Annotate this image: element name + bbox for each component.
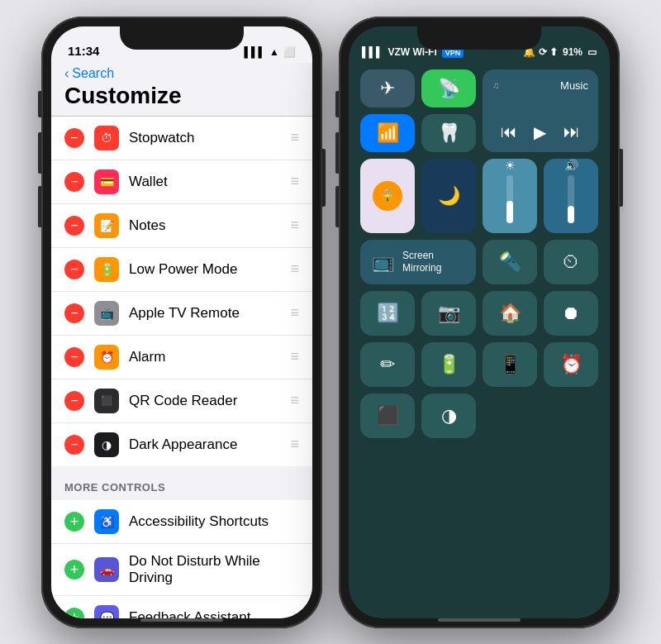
app-icon: 💬 bbox=[94, 605, 119, 618]
lock-icon: 🔒 bbox=[373, 181, 402, 211]
drag-handle[interactable]: ≡ bbox=[290, 348, 299, 365]
calculator-tile[interactable]: 🔢 bbox=[360, 291, 415, 336]
volume-down-button[interactable] bbox=[38, 186, 41, 227]
brightness-slider[interactable] bbox=[506, 175, 513, 223]
item-label: Feedback Assistant bbox=[129, 609, 299, 618]
camera-icon: 📷 bbox=[438, 303, 460, 324]
list-item[interactable]: − 📝 Notes ≡ bbox=[51, 204, 312, 248]
torch-tile[interactable]: 🔦 bbox=[483, 240, 537, 284]
alarm-tile[interactable]: ⏰ bbox=[544, 342, 598, 387]
list-item[interactable]: + 🚗 Do Not Disturb While Driving bbox=[51, 544, 312, 596]
notes-icon: ✏ bbox=[380, 354, 395, 375]
volume-down-button[interactable] bbox=[335, 186, 339, 227]
nav-title-row: Customize bbox=[64, 83, 299, 109]
power-button[interactable] bbox=[620, 149, 623, 207]
list-item[interactable]: − ⬛ QR Code Reader ≡ bbox=[51, 379, 312, 423]
remove-button[interactable]: − bbox=[64, 172, 84, 192]
chevron-left-icon: ‹ bbox=[64, 66, 69, 81]
dark-appearance-tile[interactable]: ◑ bbox=[421, 394, 476, 438]
dark-icon: ◑ bbox=[441, 405, 457, 427]
app-icon: 💳 bbox=[94, 169, 119, 194]
item-label: Wallet bbox=[129, 174, 290, 190]
remove-button[interactable]: − bbox=[64, 391, 84, 411]
section-header: MORE CONTROLS bbox=[51, 466, 312, 500]
volume-slider[interactable] bbox=[568, 175, 574, 223]
wifi-icon: ▲ bbox=[269, 46, 279, 58]
remove-button[interactable]: − bbox=[64, 260, 84, 279]
screen-mirroring-label: ScreenMirroring bbox=[402, 250, 441, 274]
add-button[interactable]: + bbox=[64, 560, 84, 580]
list-item[interactable]: + 💬 Feedback Assistant bbox=[51, 596, 312, 618]
app-icon: 🔋 bbox=[94, 257, 119, 282]
home-bar[interactable] bbox=[438, 618, 521, 622]
drag-handle[interactable]: ≡ bbox=[290, 260, 299, 278]
remove-button[interactable]: − bbox=[64, 435, 84, 455]
remote-tile[interactable]: 📱 bbox=[483, 342, 537, 387]
volume-tile[interactable]: 🔊 bbox=[544, 159, 598, 233]
customize-list[interactable]: − ⏱ Stopwatch ≡ − 💳 Wallet ≡ − 📝 Notes bbox=[51, 117, 312, 618]
qr-tile[interactable]: ⬛ bbox=[360, 394, 415, 438]
app-icon: ♿ bbox=[94, 509, 119, 534]
control-center-grid: ✈ 📡 📶 🦷 ♫ Music ⏮ bbox=[349, 63, 610, 445]
app-icon: ⏰ bbox=[94, 345, 119, 370]
volume-up-button[interactable] bbox=[335, 132, 339, 174]
fastforward-icon[interactable]: ⏭ bbox=[564, 122, 580, 141]
bluetooth-tile[interactable]: 🦷 bbox=[421, 114, 476, 152]
rotation-lock-tile[interactable]: 🔒 bbox=[360, 159, 415, 233]
screen-mirroring-icon: 📺 bbox=[372, 251, 394, 273]
timer-tile[interactable]: ⏲ bbox=[544, 240, 598, 284]
music-controls: ⏮ ▶ ⏭ bbox=[492, 122, 588, 142]
drag-handle[interactable]: ≡ bbox=[290, 173, 299, 190]
play-icon[interactable]: ▶ bbox=[534, 122, 546, 142]
drag-handle[interactable]: ≡ bbox=[290, 304, 299, 322]
drag-handle[interactable]: ≡ bbox=[290, 436, 299, 453]
item-label: QR Code Reader bbox=[129, 393, 290, 409]
list-item[interactable]: − 💳 Wallet ≡ bbox=[51, 160, 312, 204]
left-phone: 11:34 ▌▌▌ ▲ ⬜ ‹ Search Customize − bbox=[41, 17, 322, 628]
remove-button[interactable]: − bbox=[64, 303, 84, 323]
home-tile[interactable]: 🏠 bbox=[483, 291, 537, 336]
silent-button[interactable] bbox=[38, 91, 41, 117]
music-tile[interactable]: ♫ Music ⏮ ▶ ⏭ bbox=[483, 69, 598, 152]
back-label: Search bbox=[72, 66, 114, 81]
list-item[interactable]: − 🔋 Low Power Mode ≡ bbox=[51, 248, 312, 292]
list-item[interactable]: + ♿ Accessibility Shortcuts bbox=[51, 500, 312, 544]
volume-up-button[interactable] bbox=[38, 132, 41, 174]
remove-button[interactable]: − bbox=[64, 216, 84, 236]
add-button[interactable]: + bbox=[64, 512, 84, 532]
wifi-tile[interactable]: 📶 bbox=[360, 114, 415, 152]
hotspot-tile[interactable]: 📡 bbox=[421, 69, 476, 107]
do-not-disturb-tile[interactable]: 🌙 bbox=[421, 159, 476, 233]
brightness-tile[interactable]: ☀ bbox=[483, 159, 537, 233]
battery-tile[interactable]: 🔋 bbox=[421, 342, 476, 387]
camera-tile[interactable]: 📷 bbox=[421, 291, 476, 336]
power-button[interactable] bbox=[322, 149, 326, 207]
calculator-icon: 🔢 bbox=[377, 303, 399, 324]
remote-icon: 📱 bbox=[499, 354, 521, 375]
screen-mirroring-tile[interactable]: 📺 ScreenMirroring bbox=[360, 240, 476, 284]
airplane-mode-tile[interactable]: ✈ bbox=[360, 69, 415, 107]
item-label: Do Not Disturb While Driving bbox=[129, 553, 299, 586]
item-label: Alarm bbox=[129, 349, 290, 365]
list-item[interactable]: − ◑ Dark Appearance ≡ bbox=[51, 423, 312, 466]
alarm-icon: ⏰ bbox=[560, 354, 583, 375]
drag-handle[interactable]: ≡ bbox=[290, 217, 299, 234]
home-bar[interactable] bbox=[140, 618, 223, 622]
drag-handle[interactable]: ≡ bbox=[290, 392, 299, 409]
drag-handle[interactable]: ≡ bbox=[290, 129, 299, 146]
remove-button[interactable]: − bbox=[64, 347, 84, 367]
notes-tile[interactable]: ✏ bbox=[360, 342, 415, 387]
screen-record-tile[interactable]: ⏺ bbox=[544, 291, 598, 336]
remove-button[interactable]: − bbox=[64, 128, 84, 148]
item-label: Low Power Mode bbox=[129, 261, 290, 278]
rewind-icon[interactable]: ⏮ bbox=[501, 122, 517, 141]
item-label: Notes bbox=[129, 217, 290, 234]
add-button[interactable]: + bbox=[64, 608, 84, 618]
back-button[interactable]: ‹ Search bbox=[64, 66, 299, 81]
list-item[interactable]: − ⏱ Stopwatch ≡ bbox=[51, 117, 312, 160]
timer-icon: ⏲ bbox=[562, 251, 580, 273]
list-item[interactable]: − 📺 Apple TV Remote ≡ bbox=[51, 292, 312, 336]
list-item[interactable]: − ⏰ Alarm ≡ bbox=[51, 336, 312, 379]
silent-button[interactable] bbox=[335, 91, 339, 117]
cc-signal-icon: ▌▌▌ bbox=[362, 46, 383, 58]
